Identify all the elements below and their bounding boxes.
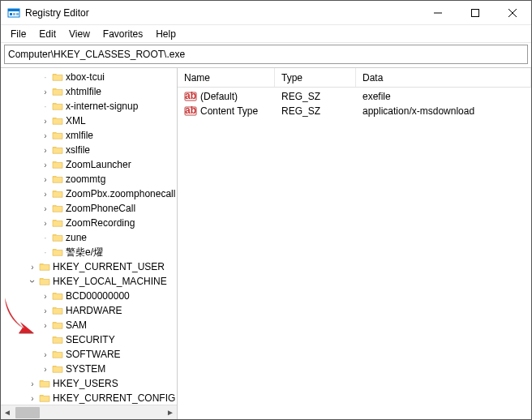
cell-type: REG_SZ xyxy=(275,105,356,117)
tree-items: ·xbox-tcui›xhtmlfile·x-internet-signup›X… xyxy=(1,68,177,405)
tree-item[interactable]: ·警柴e/燿 xyxy=(1,245,177,259)
expand-icon[interactable]: › xyxy=(40,144,51,156)
tree-item[interactable]: ›xhtmlfile xyxy=(1,84,177,99)
tree-item[interactable]: ›HKEY_CURRENT_CONFIG xyxy=(1,391,177,405)
expand-icon[interactable]: › xyxy=(40,349,51,360)
tree-scroll[interactable]: ·xbox-tcui›xhtmlfile·x-internet-signup›X… xyxy=(1,68,177,405)
tree-item[interactable]: ›ZoomPbx.zoomphonecall xyxy=(1,186,177,201)
minimize-button[interactable] xyxy=(419,1,457,24)
tree-item[interactable]: ·xbox-tcui xyxy=(1,70,177,84)
tree-horizontal-scrollbar[interactable]: ◄ ► xyxy=(1,405,177,419)
expand-icon[interactable]: › xyxy=(27,261,38,272)
tree-item-label: SOFTWARE xyxy=(66,349,121,360)
tree-item[interactable]: ›SOFTWARE xyxy=(1,347,177,362)
tree-item-label: SYSTEM xyxy=(66,363,105,375)
folder-icon xyxy=(51,217,64,229)
string-value-icon: ab xyxy=(184,91,197,102)
close-button[interactable] xyxy=(494,1,531,24)
tree-item[interactable]: ›HARDWARE xyxy=(1,303,177,318)
expand-icon[interactable]: › xyxy=(40,217,51,229)
folder-icon xyxy=(51,319,64,331)
column-header-data[interactable]: Data xyxy=(356,68,531,87)
folder-icon xyxy=(51,86,64,97)
folder-icon xyxy=(51,349,64,360)
folder-icon xyxy=(51,174,64,185)
tree-item-label: zoommtg xyxy=(66,174,105,185)
tree-item-label: SAM xyxy=(66,319,87,331)
column-header-type[interactable]: Type xyxy=(275,68,356,87)
tree-item-label: 警柴e/燿 xyxy=(66,246,103,259)
tree-item-label: ZoomPhoneCall xyxy=(66,203,135,214)
tree-item[interactable]: ›SYSTEM xyxy=(1,362,177,376)
column-header-name[interactable]: Name xyxy=(178,68,275,87)
folder-icon xyxy=(51,144,64,156)
tree-item[interactable]: ›xmlfile xyxy=(1,128,177,143)
list-panel: Name Type Data ab(Default)REG_SZexefilea… xyxy=(178,68,531,419)
expand-icon[interactable]: › xyxy=(40,86,51,97)
expand-icon[interactable]: › xyxy=(40,115,51,126)
menu-edit[interactable]: Edit xyxy=(32,27,62,41)
expand-icon[interactable]: › xyxy=(40,130,51,141)
menu-favorites[interactable]: Favorites xyxy=(97,27,149,41)
tree-item[interactable]: ›ZoomLauncher xyxy=(1,157,177,172)
tree-item[interactable]: ›HKEY_CURRENT_USER xyxy=(1,259,177,274)
list-row[interactable]: abContent TypeREG_SZapplication/x-msdown… xyxy=(178,104,531,118)
maximize-button[interactable] xyxy=(457,1,494,24)
tree-item-label: xhtmlfile xyxy=(66,86,101,97)
svg-rect-1 xyxy=(8,9,19,11)
scroll-right-icon[interactable]: ► xyxy=(164,406,177,419)
no-children-icon: · xyxy=(40,234,51,242)
expand-icon[interactable]: › xyxy=(40,203,51,214)
expand-icon[interactable]: › xyxy=(40,363,51,375)
tree-item[interactable]: ·x-internet-signup xyxy=(1,99,177,114)
list-header: Name Type Data xyxy=(178,68,531,88)
tree-item[interactable]: ›ZoomPhoneCall xyxy=(1,201,177,216)
tree-item-label: HARDWARE xyxy=(66,305,122,316)
scroll-left-icon[interactable]: ◄ xyxy=(1,406,14,419)
tree-item-label: xslfile xyxy=(66,144,90,156)
tree-item[interactable]: ›ZoomRecording xyxy=(1,216,177,230)
collapse-icon[interactable]: › xyxy=(27,276,38,287)
tree-panel: ·xbox-tcui›xhtmlfile·x-internet-signup›X… xyxy=(1,68,178,419)
expand-icon[interactable]: › xyxy=(40,159,51,170)
folder-icon xyxy=(38,276,51,287)
menu-bar: File Edit View Favorites Help xyxy=(1,25,531,43)
tree-item-label: HKEY_CURRENT_CONFIG xyxy=(53,392,175,404)
folder-icon xyxy=(38,378,51,389)
tree-item[interactable]: SECURITY xyxy=(1,332,177,347)
folder-icon xyxy=(51,188,64,199)
expand-icon[interactable]: › xyxy=(40,290,51,302)
tree-item[interactable]: ›SAM xyxy=(1,318,177,332)
expand-icon[interactable]: › xyxy=(40,305,51,316)
tree-item[interactable]: ›zoommtg xyxy=(1,172,177,186)
tree-item-label: HKEY_LOCAL_MACHINE xyxy=(53,276,167,287)
list-row[interactable]: ab(Default)REG_SZexefile xyxy=(178,89,531,104)
scroll-thumb[interactable] xyxy=(15,407,40,418)
menu-view[interactable]: View xyxy=(62,27,97,41)
tree-item-label: HKEY_CURRENT_USER xyxy=(53,261,165,272)
address-bar[interactable]: Computer\HKEY_CLASSES_ROOT\.exe xyxy=(4,45,528,64)
cell-type: REG_SZ xyxy=(275,91,356,102)
expand-icon[interactable]: › xyxy=(40,319,51,331)
expand-icon[interactable]: › xyxy=(40,188,51,199)
cell-data: exefile xyxy=(356,91,531,102)
folder-icon xyxy=(51,130,64,141)
tree-item[interactable]: ·zune xyxy=(1,230,177,245)
folder-icon xyxy=(51,71,64,83)
tree-item[interactable]: ›BCD00000000 xyxy=(1,289,177,303)
folder-icon xyxy=(51,159,64,170)
tree-item[interactable]: ›XML xyxy=(1,114,177,128)
window-controls xyxy=(419,1,531,24)
menu-help[interactable]: Help xyxy=(149,27,182,41)
tree-item[interactable]: ›HKEY_LOCAL_MACHINE xyxy=(1,274,177,289)
cell-data: application/x-msdownload xyxy=(356,105,531,117)
tree-item[interactable]: ›HKEY_USERS xyxy=(1,376,177,391)
expand-icon[interactable]: › xyxy=(27,392,38,404)
menu-file[interactable]: File xyxy=(4,27,32,41)
cell-name: abContent Type xyxy=(178,105,275,117)
tree-item-label: zune xyxy=(66,232,87,243)
expand-icon[interactable]: › xyxy=(40,174,51,185)
expand-icon[interactable]: › xyxy=(27,378,38,389)
folder-icon xyxy=(51,305,64,316)
tree-item[interactable]: ›xslfile xyxy=(1,143,177,157)
